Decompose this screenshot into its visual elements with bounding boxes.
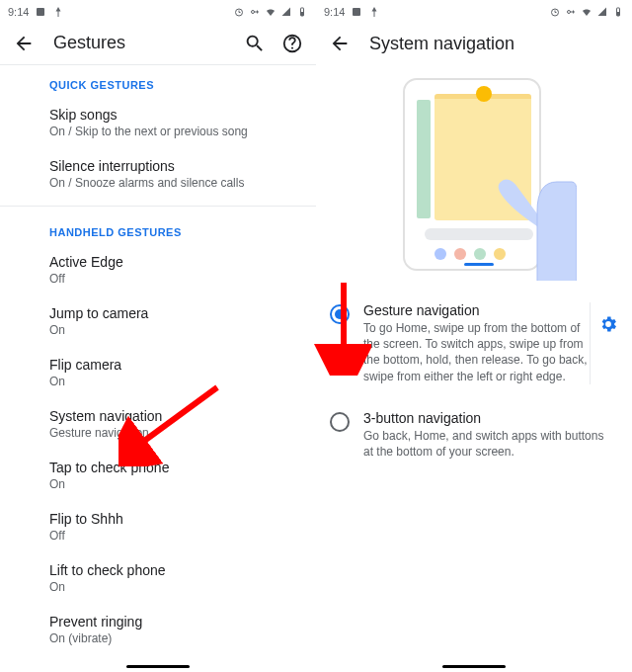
wifi-icon — [581, 6, 592, 18]
option-gesture-navigation[interactable]: Gesture navigation To go Home, swipe up … — [330, 294, 618, 402]
key-icon — [565, 6, 577, 18]
hand-illustration — [478, 152, 577, 281]
settings-list[interactable]: QUICK GESTURES Skip songs On / Skip to t… — [0, 65, 316, 655]
item-skip-songs[interactable]: Skip songs On / Skip to the next or prev… — [0, 97, 316, 148]
signal-icon — [596, 6, 608, 18]
svg-rect-5 — [353, 8, 360, 16]
svg-rect-9 — [617, 12, 620, 16]
alarm-icon — [549, 6, 561, 18]
item-system-navigation[interactable]: System navigation Gesture navigation — [0, 398, 316, 450]
item-active-edge[interactable]: Active Edge Off — [0, 244, 316, 295]
system-navigation-screen: 9:14 System navigation — [316, 0, 632, 672]
item-silence[interactable]: Silence interruptions On / Snooze alarms… — [0, 148, 316, 200]
section-quick: QUICK GESTURES — [0, 65, 316, 97]
settings-gear-button[interactable] — [598, 314, 618, 338]
item-tap-check[interactable]: Tap to check phone On — [0, 450, 316, 501]
nav-bar-handle[interactable] — [442, 665, 506, 668]
nav-bar-handle[interactable] — [126, 665, 190, 668]
notif-icon — [351, 6, 362, 18]
svg-rect-0 — [37, 8, 44, 16]
app-bar: Gestures — [0, 22, 316, 65]
help-button[interactable] — [280, 32, 304, 55]
status-bar: 9:14 — [0, 0, 316, 22]
page-title: System navigation — [369, 34, 620, 54]
back-button[interactable] — [12, 32, 36, 55]
wifi-icon — [265, 6, 276, 18]
alarm-icon — [233, 6, 245, 18]
item-flip-shhh[interactable]: Flip to Shhh Off — [0, 501, 316, 552]
item-jump-camera[interactable]: Jump to camera On — [0, 295, 316, 347]
item-lift-check[interactable]: Lift to check phone On — [0, 552, 316, 604]
radio-selected-icon[interactable] — [330, 304, 350, 324]
status-time: 9:14 — [8, 6, 29, 18]
radio-unselected-icon[interactable] — [330, 412, 350, 432]
app-bar: System navigation — [316, 22, 632, 65]
status-time: 9:14 — [324, 6, 345, 18]
key-icon — [249, 6, 261, 18]
notif-icon — [35, 6, 46, 18]
svg-point-7 — [568, 11, 571, 14]
notif-icon-2 — [52, 6, 64, 18]
item-flip-camera[interactable]: Flip camera On — [0, 347, 316, 398]
notif-icon-2 — [368, 6, 380, 18]
status-bar: 9:14 — [316, 0, 632, 22]
battery-icon — [296, 6, 308, 18]
section-handheld: HANDHELD GESTURES — [0, 212, 316, 244]
back-button[interactable] — [328, 32, 352, 55]
item-prevent-ringing[interactable]: Prevent ringing On (vibrate) — [0, 604, 316, 655]
illustration — [316, 65, 632, 289]
svg-point-2 — [252, 11, 255, 14]
signal-icon — [280, 6, 292, 18]
divider — [0, 206, 316, 207]
search-button[interactable] — [243, 32, 267, 55]
battery-icon — [612, 6, 624, 18]
gestures-screen: 9:14 Gestures QUICK GESTURES — [0, 0, 316, 672]
option-3-button-navigation[interactable]: 3-button navigation Go back, Home, and s… — [330, 402, 618, 477]
svg-rect-4 — [301, 12, 304, 16]
page-title: Gestures — [53, 33, 243, 53]
